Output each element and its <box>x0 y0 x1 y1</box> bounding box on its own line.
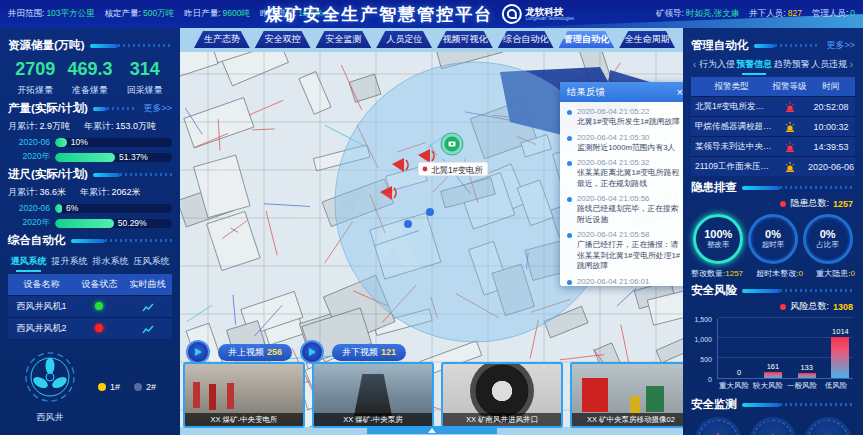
feedback-entry: 2020-06-04 21:05:30监测附近1000m范围内有3人 <box>567 133 683 154</box>
alarm-tabs: ‹ 行为入侵 预警信息 趋势预警 人员违规 › <box>691 55 855 74</box>
fan-option-1[interactable]: 1# <box>98 382 120 392</box>
person-dot <box>404 220 412 228</box>
safety-monitor-items: 断电数量:0 报警数量:0 故障数量:0 <box>691 420 855 435</box>
underground-video-button[interactable]: 井下视频121 <box>332 344 406 361</box>
x-axis-labels: 重大风险 较大风险 一般风险 低风险 <box>717 381 853 393</box>
personnel-stats-right: 矿领导:时如亮,张文康 井下人员:827 管理人员:0 <box>656 8 855 20</box>
table-row[interactable]: 21109工作面来压，预计... 2020-06-06 <box>691 157 855 177</box>
risk-bar-chart: 0 500 1,000 1,500 0 161 133 1014 重大风险 较大… <box>691 315 855 393</box>
alarm-count: 报警数量:0 <box>753 420 793 435</box>
video-thumbnail[interactable]: XX 煤矿-中央变电所 <box>183 362 305 428</box>
hidden-danger-total: 隐患总数: 1257 <box>691 197 853 210</box>
dashboard: 井田范围:103平方公里 核定产量:500万吨 昨日产量:9600吨 昨日进尺:… <box>0 0 863 435</box>
device-table: 设备名称 设备状态 实时曲线 西风井风机1 西风井风机2 <box>8 274 172 339</box>
nav-tab-video[interactable]: 视频可视化 <box>437 31 493 48</box>
section-safety-risk: 安全风险 <box>691 283 855 298</box>
fan-status: 西风井 1# 2# <box>8 349 172 424</box>
section-footage: 进尺(实际/计划) <box>8 167 172 182</box>
fan-option-2[interactable]: 2# <box>134 382 156 392</box>
table-row: 西风井风机2 <box>8 318 172 340</box>
tab-hoisting[interactable]: 提升系统 <box>49 252 90 271</box>
nav-tab-personnel[interactable]: 人员定位 <box>376 31 432 48</box>
table-row[interactable]: 北翼1#变电所发生1#跳闸... 20:52:08 <box>691 97 855 117</box>
donut-overtime-rate: 0%超时率 <box>748 214 798 264</box>
logo-swirl-icon <box>501 4 521 24</box>
platform-brand: 煤矿安全生产智慧管控平台 龙软科技 LongRuan Technologies <box>265 0 579 28</box>
tab-compressed-air[interactable]: 压风系统 <box>131 252 172 271</box>
tab-warning-info[interactable]: 预警信息 <box>736 55 773 74</box>
footage-progress-year: 2020年 50.29% <box>8 217 172 229</box>
tab-drainage[interactable]: 排水系统 <box>90 252 131 271</box>
nav-tab-dual-control[interactable]: 安全双控 <box>255 31 311 48</box>
output-more-link[interactable]: 更多>> <box>143 102 172 115</box>
nav-tab-management-automation[interactable]: 管理自动化 <box>559 31 615 48</box>
tab-trend-warning[interactable]: 趋势预警 <box>773 55 810 74</box>
chevron-right-icon[interactable]: › <box>848 59 855 70</box>
hidden-danger-stats: 整改数量:1257 超时未整改:0 重大隐患:0 <box>691 268 855 279</box>
section-safety-monitor: 安全监测 <box>691 397 855 412</box>
svg-text:北翼1#变电所: 北翼1#变电所 <box>431 165 483 175</box>
video-buttons: 井上视频256 井下视频121 <box>186 340 406 364</box>
table-row: 西风井风机1 <box>8 296 172 318</box>
alarm-light-icon <box>784 161 796 173</box>
surface-video-button[interactable]: 井上视频256 <box>218 344 292 361</box>
nav-tab-integrated-automation[interactable]: 综合自动化 <box>498 31 554 48</box>
nav-tab-safety-monitor[interactable]: 安全监测 <box>316 31 372 48</box>
page-title: 煤矿安全生产智慧管控平台 <box>265 3 493 26</box>
bar-larger-risk: 161 <box>764 372 782 378</box>
output-progress-year: 2020年 51.37% <box>8 151 172 163</box>
substation-marker[interactable] <box>441 133 463 155</box>
tab-personnel-violation[interactable]: 人员违规 <box>810 55 847 74</box>
table-row[interactable]: 甲烷传感器调校超期报警... 10:00:32 <box>691 117 855 137</box>
alarm-table: 报警类型 报警等级 时间 北翼1#变电所发生1#跳闸... 20:52:08 甲… <box>691 77 855 176</box>
table-row[interactable]: 某领导未到达中央副泵房3-3... 14:39:53 <box>691 137 855 157</box>
feedback-entry: 2020-06-04 21:05:32张某某距离北翼1#变电所路程最近，正在规划… <box>567 158 683 189</box>
red-dot-icon <box>780 304 786 310</box>
section-output: 产量(实际/计划) 更多>> <box>8 101 172 116</box>
alarm-light-icon <box>784 141 796 153</box>
video-thumbnail[interactable]: XX 矿南风井进风井口 <box>441 362 563 428</box>
result-feedback-popup: 结果反馈 × 2020-06-04 21:05:22北翼1#变电所发生1#跳闸故… <box>560 82 690 286</box>
tab-ventilation[interactable]: 通风系统 <box>8 252 49 271</box>
automation-tabs: 通风系统 提升系统 排水系统 压风系统 <box>8 252 172 271</box>
nav-tab-production[interactable]: 生产态势 <box>194 31 250 48</box>
video-thumbnail[interactable]: XX 煤矿-中央泵房 <box>312 362 434 428</box>
section-automation: 综合自动化 <box>8 233 172 248</box>
nav-tab-lifecycle[interactable]: 全生命周期 <box>619 31 675 48</box>
left-panel: 资源储量(万吨) 2709开拓煤量 469.3准备煤量 314回采煤量 产量(实… <box>0 28 180 435</box>
right-panel: 管理自动化 更多>> ‹ 行为入侵 预警信息 趋势预警 人员违规 › 报警类型 … <box>683 28 863 435</box>
person-dot <box>426 208 434 216</box>
bar-major-risk: 0 <box>730 378 748 379</box>
reserves-values: 2709开拓煤量 469.3准备煤量 314回采煤量 <box>8 59 172 97</box>
collapse-handle[interactable] <box>367 426 497 434</box>
management-more-link[interactable]: 更多>> <box>826 39 855 52</box>
feedback-entry: 2020-06-04 21:05:58广播已经打开，正在播报：请张某某到北翼1#… <box>567 230 683 272</box>
vendor-logo: 龙软科技 LongRuan Technologies <box>501 4 579 24</box>
fan-selector: 1# 2# <box>98 382 156 392</box>
status-dot-running <box>95 302 103 310</box>
marker-label: 北翼1#变电所 <box>418 162 488 176</box>
video-strip: XX 煤矿-中央变电所 XX 煤矿-中央泵房 XX 矿南风井进风井口 XX 矿中… <box>183 362 692 428</box>
y-axis: 0 500 1,000 1,500 <box>691 315 715 379</box>
chevron-left-icon[interactable]: ‹ <box>691 59 698 70</box>
plot-area: 0 161 133 1014 <box>717 319 853 379</box>
feedback-entry: 2020-06-04 21:05:22北翼1#变电所发生1#跳闸故障 <box>567 107 683 128</box>
bar-general-risk: 133 <box>798 373 816 378</box>
feedback-entry: 2020-06-04 21:06:01 <box>567 277 683 286</box>
risk-total: 风险总数: 1308 <box>691 300 853 313</box>
alarm-light-icon <box>784 101 796 113</box>
video-thumbnail[interactable]: XX 矿中央泵房移动摄像02 <box>570 362 692 428</box>
output-progress-month: 2020-06 10% <box>8 137 172 147</box>
map-area: 北翼1#变电所 生产态势 安全双控 安全监测 人员定位 视频可视化 综合自动化 … <box>180 28 683 435</box>
popup-header: 结果反馈 × <box>560 82 690 102</box>
underground-video-icon[interactable] <box>300 340 324 364</box>
section-decoration <box>90 43 172 48</box>
feedback-entry: 2020-06-04 21:05:56路线已经规划完毕，正在搜索附近设施 <box>567 194 683 225</box>
tab-behavior-intrusion[interactable]: 行为入侵 <box>698 55 735 74</box>
hidden-danger-donuts: 100%整改率 0%超时率 0%占比率 <box>691 214 855 264</box>
fan-label: 西风井 <box>8 411 92 424</box>
fault-count: 故障数量:0 <box>808 420 848 435</box>
surface-video-icon[interactable] <box>186 340 210 364</box>
section-management-automation: 管理自动化 更多>> <box>691 38 855 53</box>
status-dot-stopped <box>95 324 103 332</box>
